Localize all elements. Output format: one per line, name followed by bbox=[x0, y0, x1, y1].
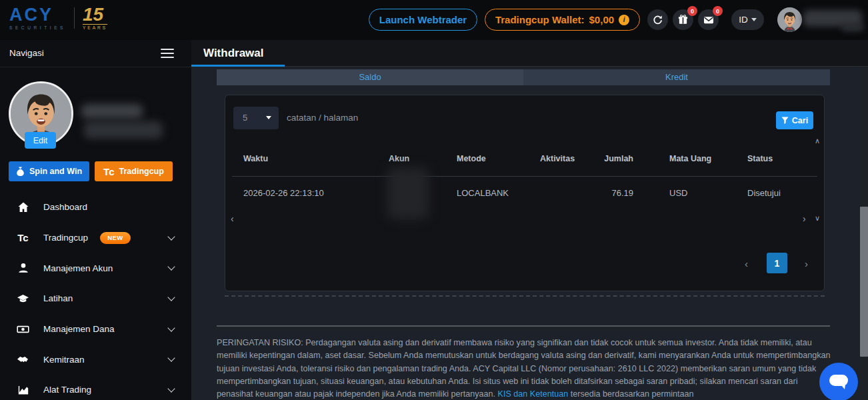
nav-label: Navigasi bbox=[9, 48, 44, 58]
launch-webtrader-button[interactable]: Launch Webtrader bbox=[369, 9, 477, 31]
sidebar-item-tradingcup[interactable]: Tc Tradingcup NEW bbox=[0, 223, 191, 253]
gift-icon bbox=[677, 14, 689, 25]
chevron-down-icon bbox=[751, 18, 757, 21]
column-header-jumlah: Jumlah bbox=[585, 154, 633, 163]
sidebar-item-label: Kemitraan bbox=[43, 355, 85, 365]
acy-brand: ACY SECURITIES bbox=[9, 6, 66, 30]
chevron-down-icon bbox=[167, 355, 175, 362]
acy-logo[interactable]: ACY SECURITIES 15 YEARS bbox=[9, 6, 107, 30]
sidebar-item-label: Latihan bbox=[43, 293, 73, 303]
brand-text: ACY bbox=[9, 6, 66, 24]
cell-akun-blurred bbox=[387, 167, 429, 219]
spin-and-win-label: Spin and Win bbox=[29, 167, 82, 176]
column-header-metode: Metode bbox=[457, 154, 486, 163]
tradingcup-tc-icon: Tc bbox=[103, 166, 114, 177]
scroll-up-icon[interactable]: ∧ bbox=[815, 137, 820, 145]
tab-saldo[interactable]: Saldo bbox=[217, 69, 523, 85]
banknote-icon bbox=[17, 323, 29, 335]
gift-button[interactable]: 0 bbox=[673, 9, 693, 30]
sidebar-menu: Dashboard Tc Tradingcup NEW Manajemen Ak… bbox=[0, 192, 191, 400]
profile-name-blurred bbox=[81, 104, 143, 119]
sidebar-item-kemitraan[interactable]: Kemitraan bbox=[0, 344, 191, 375]
tradingcup-tc-icon: Tc bbox=[17, 231, 29, 244]
sidebar-item-dashboard[interactable]: Dashboard bbox=[0, 192, 191, 223]
gift-count-badge: 0 bbox=[687, 6, 697, 16]
search-button[interactable]: Cari bbox=[776, 111, 813, 129]
spin-and-win-button[interactable]: Spin and Win bbox=[9, 161, 89, 181]
sidebar-item-manajemen-akun[interactable]: Manajemen Akun bbox=[0, 253, 191, 283]
sidebar-item-manajemen-dana[interactable]: Manajemen Dana bbox=[0, 314, 191, 345]
sidebar-item-label: Manajemen Dana bbox=[43, 324, 115, 334]
column-header-status: Status bbox=[747, 154, 773, 163]
money-bag-icon bbox=[16, 167, 25, 177]
mail-button[interactable]: 0 bbox=[698, 9, 719, 30]
sidebar-item-label: Tradingcup bbox=[43, 233, 88, 243]
pagination-next-icon[interactable]: › bbox=[805, 258, 808, 269]
user-name-blurred-tail bbox=[841, 23, 864, 31]
brand-subtext: SECURITIES bbox=[9, 25, 66, 30]
table-header-separator bbox=[232, 176, 817, 177]
cell-waktu: 2026-02-26 22:13:10 bbox=[243, 188, 324, 198]
scroll-down-icon[interactable]: ∨ bbox=[815, 214, 820, 223]
cell-mata-uang: USD bbox=[669, 188, 687, 198]
tradingcup-wallet-button[interactable]: Tradingcup Wallet: $0,00 i bbox=[485, 9, 640, 31]
column-header-waktu: Waktu bbox=[243, 154, 268, 163]
sidebar-nav-row: Navigasi bbox=[0, 40, 191, 67]
chevron-down-icon bbox=[266, 116, 271, 119]
pagination-page-1[interactable]: 1 bbox=[767, 253, 787, 273]
sidebar-item-label: Alat Trading bbox=[43, 385, 91, 395]
profile-email-blurred bbox=[84, 121, 163, 139]
sidebar-item-alat-trading[interactable]: Alat Trading bbox=[0, 375, 191, 400]
cell-status: Disetujui bbox=[747, 188, 781, 198]
sidebar-item-label: Manajemen Akun bbox=[43, 263, 113, 273]
balance-tabbar: Saldo Kredit bbox=[217, 69, 830, 85]
language-selector[interactable]: ID bbox=[731, 9, 764, 30]
refresh-button[interactable] bbox=[647, 9, 668, 30]
chat-bubble-icon bbox=[829, 373, 849, 391]
chat-button[interactable] bbox=[819, 363, 858, 400]
mail-icon bbox=[703, 14, 715, 26]
hamburger-menu-icon[interactable] bbox=[161, 49, 174, 61]
sidebar-item-latihan[interactable]: Latihan bbox=[0, 283, 191, 314]
page-size-select[interactable]: 5 bbox=[233, 107, 279, 129]
page-size-label: catatan / halaman bbox=[287, 113, 358, 123]
new-badge: NEW bbox=[100, 232, 131, 244]
risk-warning-tail: tersedia berdasarkan permintaan bbox=[568, 389, 693, 399]
sidebar: Navigasi Edit Spin and Win Tc Tradingcup bbox=[0, 40, 191, 400]
user-icon bbox=[17, 262, 29, 275]
anniversary-label: YEARS bbox=[83, 24, 107, 30]
anniversary-logo: 15 YEARS bbox=[83, 6, 107, 30]
footer-divider bbox=[217, 325, 830, 327]
scrollbar-track[interactable] bbox=[860, 67, 868, 400]
page-size-value: 5 bbox=[243, 113, 247, 123]
chevron-down-icon bbox=[167, 293, 175, 301]
chevron-down-icon bbox=[167, 263, 175, 271]
edit-profile-button[interactable]: Edit bbox=[25, 132, 56, 149]
column-header-mata-uang: Mata Uang bbox=[669, 154, 711, 163]
sidebar-item-label: Dashboard bbox=[43, 202, 87, 212]
mail-count-badge: 0 bbox=[713, 6, 723, 16]
tradingcup-button[interactable]: Tc Tradingcup bbox=[95, 161, 173, 181]
panel-dashed-divider bbox=[225, 295, 825, 297]
chevron-down-icon bbox=[167, 324, 175, 331]
handshake-icon bbox=[17, 353, 29, 366]
scrollbar-thumb[interactable] bbox=[860, 207, 868, 357]
scroll-right-icon[interactable]: › bbox=[803, 213, 806, 224]
tab-kredit[interactable]: Kredit bbox=[523, 69, 830, 85]
user-avatar[interactable] bbox=[777, 7, 802, 32]
pagination-prev-icon[interactable]: ‹ bbox=[745, 258, 748, 269]
page-header: Withdrawal bbox=[191, 40, 868, 67]
withdrawal-table-panel: 5 catatan / halaman Cari ∧ Waktu Akun Me… bbox=[225, 95, 825, 291]
wallet-label: Tradingcup Wallet: bbox=[495, 14, 585, 25]
cell-jumlah: 76.19 bbox=[585, 188, 633, 198]
content-area: Saldo Kredit 5 catatan / halaman Cari ∧ … bbox=[191, 67, 868, 400]
risk-warning-text: PERINGATAN RISIKO: Perdagangan valuta as… bbox=[217, 337, 833, 400]
chevron-down-icon bbox=[167, 385, 175, 392]
chart-icon bbox=[17, 383, 29, 396]
scroll-left-icon[interactable]: ‹ bbox=[231, 213, 234, 224]
anniversary-number: 15 bbox=[83, 6, 107, 23]
graduation-cap-icon bbox=[17, 292, 29, 305]
info-icon[interactable]: i bbox=[619, 15, 629, 25]
page-title: Withdrawal bbox=[203, 40, 264, 67]
kis-ketentuan-link[interactable]: KIS dan Ketentuan bbox=[498, 389, 569, 399]
